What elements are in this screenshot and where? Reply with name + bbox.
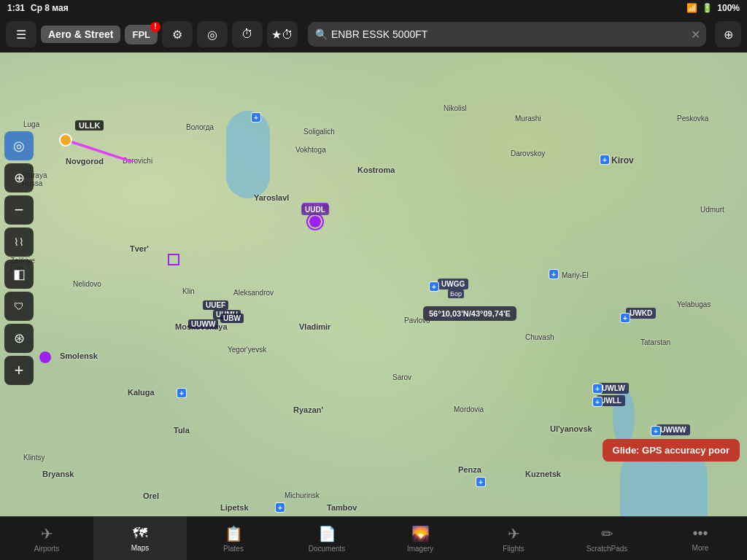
nav-more[interactable]: ••• More [654, 517, 747, 560]
shield-button[interactable]: 🛡 [4, 292, 34, 321]
maps-icon: 🗺 [133, 525, 147, 542]
battery-level: 100% [717, 3, 740, 13]
bottom-nav: ✈ Airports 🗺 Maps 📋 Plates 📄 Documents 🌄… [0, 516, 747, 560]
settings-button[interactable]: ⚙ [162, 21, 193, 47]
water-body [226, 111, 270, 198]
compass-icon: ◎ [13, 138, 25, 154]
search-icon: 🔍 [315, 28, 328, 40]
nav-plates[interactable]: 📋 Plates [187, 517, 280, 560]
smolensk-dot [39, 351, 51, 363]
uudl-waypoint[interactable]: UUDL [309, 216, 321, 228]
timer-button[interactable]: ⏱ [232, 21, 263, 47]
route-icon: ⊛ [14, 330, 25, 346]
plates-label: Plates [223, 545, 244, 553]
small-airport-kirov[interactable] [600, 155, 611, 166]
small-airport-kaluga[interactable] [177, 388, 188, 400]
scratchpads-label: ScratchPads [587, 545, 628, 553]
ullk-waypoint[interactable]: ULLK [59, 133, 72, 147]
status-bar: 1:31 Ср 8 мая 📶 🔋 100% [0, 0, 747, 16]
location-button[interactable]: ⊕ [4, 163, 34, 192]
more-label: More [692, 544, 709, 552]
uwgg-bor-label: Бор [448, 289, 464, 298]
shield-icon: 🛡 [14, 300, 24, 312]
small-airport-voronezh[interactable] [275, 502, 287, 514]
small-airport-1[interactable] [251, 112, 263, 124]
wifi-icon: 📶 [686, 3, 697, 13]
battery-icon: 🔋 [702, 3, 713, 13]
favorites-button[interactable]: ★⏱ [267, 21, 298, 47]
more-icon: ••• [692, 525, 708, 542]
maps-label: Maps [131, 544, 149, 552]
left-toolbar: ◎ ⊕ − ⌇⌇ ◧ 🛡 ⊛ + [0, 125, 38, 458]
flights-label: Flights [503, 545, 524, 553]
map-area[interactable]: Luga Novgorod Borovichi Вологда Soligali… [0, 52, 747, 516]
layers-left-button[interactable]: ◧ [4, 260, 34, 289]
date: Ср 8 мая [31, 3, 69, 13]
nav-imagery[interactable]: 🌄 Imagery [374, 517, 467, 560]
terrain-icon: ⌇⌇ [14, 236, 24, 248]
ullk-label: ULLK [75, 120, 104, 131]
gps-icon: ⊕ [724, 28, 733, 42]
documents-label: Documents [309, 545, 346, 553]
ullk-dot [59, 133, 72, 147]
nav-maps[interactable]: 🗺 Maps [93, 517, 187, 560]
fpl-button[interactable]: FPL ! [125, 25, 158, 44]
toolbar: ☰ Aero & Street FPL ! ⚙ ◎ ⏱ ★⏱ 🔍 ✕ ⊕ [0, 16, 747, 52]
small-airport-penza[interactable] [476, 477, 487, 489]
small-airport-uwww[interactable] [651, 426, 662, 438]
ubw-label: UBW [220, 314, 244, 323]
imagery-icon: 🌄 [411, 525, 430, 542]
route-button[interactable]: ⊛ [4, 324, 34, 353]
layers-button[interactable]: ☰ [6, 21, 36, 47]
fpl-badge: ! [150, 22, 160, 32]
timer-icon: ⏱ [241, 28, 253, 41]
uuww-label: UUWW [188, 319, 218, 329]
terrain-button[interactable]: ⌇⌇ [4, 228, 34, 257]
status-left: 1:31 Ср 8 мая [7, 3, 69, 13]
nav-airports[interactable]: ✈ Airports [0, 517, 93, 560]
time: 1:31 [7, 3, 25, 13]
search-input[interactable] [308, 22, 706, 47]
star-icon: ★⏱ [271, 28, 293, 42]
location-icon: ⊕ [14, 170, 25, 186]
small-airport-uwgg[interactable] [429, 281, 441, 293]
map-style-label[interactable]: Aero & Street [41, 26, 120, 43]
compass-button[interactable]: ◎ [4, 131, 34, 160]
scratchpads-icon: ✏ [601, 525, 614, 542]
airports-label: Airports [34, 545, 59, 553]
uudl-outer-ring [306, 213, 324, 230]
uuef-label: UUEF [203, 300, 228, 310]
documents-icon: 📄 [318, 525, 336, 542]
nav-scratchpads[interactable]: ✏ ScratchPads [560, 517, 654, 560]
plus-icon: + [15, 361, 24, 380]
small-airport-uwkd[interactable] [620, 313, 632, 324]
glide-alert: Glide: GPS accuracy poor [603, 439, 740, 462]
small-airport-uwll[interactable] [592, 397, 604, 408]
small-airport-uwlw[interactable] [592, 384, 604, 395]
search-clear-button[interactable]: ✕ [691, 28, 700, 42]
uudl-top-label: UUDL [301, 204, 329, 215]
minus-icon: − [15, 201, 24, 219]
globe-button[interactable]: ◎ [197, 21, 228, 47]
status-right: 📶 🔋 100% [686, 3, 740, 13]
globe-icon: ◎ [207, 28, 217, 42]
tver-circle [168, 254, 179, 265]
zoom-in-button[interactable]: + [4, 356, 34, 385]
imagery-label: Imagery [407, 545, 433, 553]
uwgg-label: UWGG [438, 279, 468, 289]
airports-icon: ✈ [41, 525, 53, 542]
gear-icon: ⚙ [172, 28, 182, 42]
plates-icon: 📋 [225, 525, 243, 542]
gps-button[interactable]: ⊕ [715, 21, 741, 47]
nav-documents[interactable]: 📄 Documents [280, 517, 374, 560]
nav-flights[interactable]: ✈ Flights [467, 517, 560, 560]
zoom-out-button[interactable]: − [4, 195, 34, 225]
layers-left-icon: ◧ [13, 266, 26, 282]
flights-icon: ✈ [508, 525, 520, 542]
search-container: 🔍 ✕ [308, 22, 706, 47]
layers-icon: ☰ [16, 28, 26, 42]
small-airport-3[interactable] [549, 269, 560, 281]
